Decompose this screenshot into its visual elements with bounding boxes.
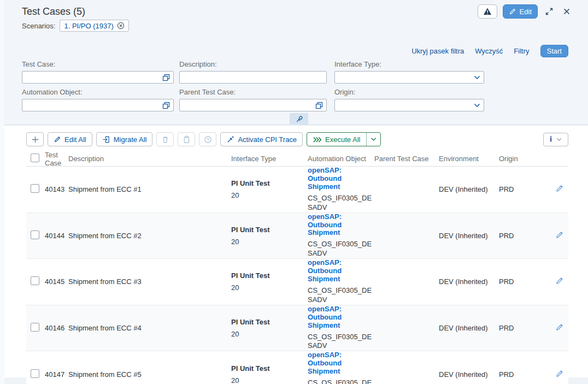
add-button[interactable]	[26, 132, 44, 146]
environment-cell: DEV (Inherited)	[439, 185, 499, 193]
row-checkbox[interactable]	[31, 369, 39, 378]
delete-button[interactable]	[156, 132, 174, 146]
warning-button[interactable]	[478, 4, 497, 19]
filter-field-parent-test-case: Parent Test Case:	[179, 88, 327, 111]
execute-all-menu-button[interactable]	[366, 133, 380, 146]
scenarios-label: Scenarios:	[22, 22, 55, 30]
edit-pencil-icon	[555, 323, 564, 332]
activate-cpi-trace-label: Activate CPI Trace	[238, 135, 297, 144]
select-all-checkbox[interactable]	[31, 153, 39, 162]
description-cell: Shipment from ECC #3	[68, 277, 231, 286]
close-button[interactable]	[561, 5, 573, 17]
expand-icon	[545, 7, 554, 16]
row-edit-button[interactable]	[555, 323, 564, 332]
edit-pencil-icon	[555, 184, 564, 193]
edit-button[interactable]: Edit	[503, 4, 538, 19]
execute-all-button[interactable]: Execute All	[307, 133, 366, 146]
parent-test-case-input[interactable]	[179, 99, 327, 111]
execute-icon	[313, 137, 321, 143]
origin-select[interactable]	[334, 99, 484, 111]
filter-field-automation-object: Automation Object:	[22, 88, 174, 111]
interface-type-select[interactable]	[334, 71, 484, 84]
migrate-all-button[interactable]: Migrate All	[96, 132, 153, 146]
value-help-icon[interactable]	[315, 102, 323, 109]
paste-button[interactable]	[178, 132, 195, 146]
value-help-icon[interactable]	[162, 74, 170, 81]
automation-object-link[interactable]: openSAP: Outbound Shipment	[308, 213, 372, 238]
environment-cell: DEV (Inherited)	[439, 232, 499, 240]
header-actions: Edit	[478, 4, 573, 19]
edit-all-button[interactable]: Edit All	[48, 132, 92, 146]
column-header-description[interactable]: Description	[68, 155, 231, 163]
row-checkbox[interactable]	[31, 231, 39, 239]
interface-version: 20	[231, 330, 308, 338]
hide-filterbar-link[interactable]: Ukryj pasek filtra	[411, 47, 464, 55]
environment-cell: DEV (Inherited)	[439, 324, 499, 332]
interface-type: PI Unit Test	[231, 179, 308, 187]
automation-object-input[interactable]	[22, 99, 174, 111]
info-menu-button[interactable]: i	[543, 133, 568, 146]
expand-button[interactable]	[543, 5, 555, 17]
description-cell: Shipment from ECC #4	[68, 324, 231, 332]
description-cell: Shipment from ECC #2	[68, 232, 231, 240]
origin-cell: PRD	[499, 324, 551, 332]
edit-pencil-icon	[54, 135, 61, 143]
activate-cpi-trace-button[interactable]: Activate CPI Trace	[220, 132, 303, 146]
filter-label: Description:	[179, 60, 327, 68]
automation-object-link[interactable]: openSAP: Outbound Shipment	[308, 305, 372, 330]
automation-object-code: CS_OS_IF0305_DESADV	[308, 333, 372, 351]
chevron-down-icon	[556, 138, 562, 141]
interface-version: 20	[231, 376, 308, 384]
column-header-test-case[interactable]: Test Case	[45, 151, 68, 167]
column-header-origin[interactable]: Origin	[499, 155, 551, 163]
pin-icon	[295, 115, 303, 123]
automation-object-link[interactable]: openSAP: Outbound Shipment	[308, 167, 372, 191]
table-panel: Edit All Migrate All Activate CPI Trace …	[4, 126, 588, 377]
execute-all-split-button: Execute All	[307, 132, 381, 146]
row-checkbox[interactable]	[31, 323, 39, 332]
interface-version: 20	[231, 238, 308, 246]
filter-field-interface-type: Interface Type:	[334, 60, 484, 84]
filter-label: Test Case:	[22, 60, 174, 68]
description-input[interactable]	[179, 71, 327, 84]
automation-object-code: CS_OS_IF0305_DESADV	[308, 286, 372, 305]
row-checkbox[interactable]	[31, 184, 39, 193]
table-row: 40143 Shipment from ECC #1 PI Unit Test2…	[26, 167, 568, 213]
row-edit-button[interactable]	[555, 369, 564, 378]
edit-pencil-icon	[555, 231, 564, 239]
row-edit-button[interactable]	[555, 276, 564, 285]
column-header-automation-object[interactable]: Automation Object	[308, 155, 374, 163]
filters-link[interactable]: Filtry	[514, 47, 529, 55]
value-help-icon[interactable]	[162, 102, 170, 109]
clear-filters-link[interactable]: Wyczyść	[475, 47, 503, 55]
test-cases-panel: Test Cases (5) Edit Scenarios: 1. PI/PO …	[0, 0, 588, 384]
description-cell: Shipment from ECC #5	[68, 370, 231, 379]
filter-field-origin: Origin:	[334, 88, 484, 111]
filter-label: Origin:	[334, 88, 484, 96]
pin-filterbar-button[interactable]	[290, 113, 308, 125]
column-header-environment[interactable]: Environment	[439, 155, 499, 163]
scenarios-row: Scenarios: 1. PI/PO (1937)	[22, 20, 129, 32]
scenario-token[interactable]: 1. PI/PO (1937)	[60, 20, 128, 32]
filterbar-actions: Ukryj pasek filtra Wyczyść Filtry Start	[411, 45, 568, 57]
paste-icon	[183, 135, 191, 144]
test-case-input[interactable]	[22, 71, 174, 84]
page-title: Test Cases (5)	[22, 4, 85, 19]
table-row: 40145 Shipment from ECC #3 PI Unit Test2…	[26, 259, 568, 305]
automation-object-link[interactable]: openSAP: Outbound Shipment	[308, 351, 372, 376]
row-checkbox[interactable]	[31, 276, 39, 285]
automation-object-link[interactable]: openSAP: Outbound Shipment	[308, 259, 372, 283]
chevron-down-icon	[474, 103, 480, 108]
row-edit-button[interactable]	[555, 231, 564, 239]
start-button[interactable]: Start	[540, 45, 568, 57]
page-header: Test Cases (5) Edit Scenarios: 1. PI/PO …	[4, 0, 588, 125]
interface-type: PI Unit Test	[231, 318, 308, 326]
row-edit-button[interactable]	[555, 184, 564, 193]
environment-cell: DEV (Inherited)	[439, 277, 499, 286]
history-button[interactable]	[199, 132, 216, 146]
environment-cell: DEV (Inherited)	[439, 370, 499, 379]
scenario-token-label: 1. PI/PO (1937)	[64, 22, 113, 30]
token-remove-button[interactable]	[117, 22, 125, 29]
column-header-parent-test-case[interactable]: Parent Test Case	[374, 155, 439, 163]
column-header-interface-type[interactable]: Interface Type	[231, 155, 308, 163]
